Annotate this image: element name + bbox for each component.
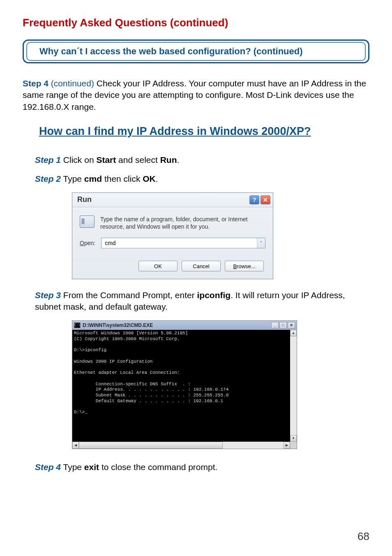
- horizontal-scroll-thumb[interactable]: [79, 442, 223, 449]
- step3-b1: ipconfig: [197, 290, 231, 300]
- browse-button[interactable]: Browse...: [225, 261, 264, 271]
- page-number: 68: [357, 530, 369, 543]
- cmd-output[interactable]: Microsoft Windows 2000 [Version 5.00.219…: [72, 330, 290, 442]
- question-banner-inner: Why can´t I access the web based configu…: [26, 42, 366, 61]
- help-button[interactable]: ?: [249, 195, 259, 204]
- step1-line: Step 1 Click on Start and select Run.: [35, 154, 355, 166]
- intro-continued: (continued): [48, 79, 97, 88]
- run-description-row: Type the name of a program, folder, docu…: [80, 215, 265, 230]
- step4-line: Step 4 Type exit to close the command pr…: [35, 461, 355, 473]
- resize-grip-icon[interactable]: [290, 442, 297, 449]
- cmd-title: D:\WINNT\system32\CMD.EXE: [83, 322, 270, 328]
- step1-pre: Click on: [61, 155, 96, 164]
- open-label: Open:: [80, 240, 95, 246]
- step2-label: Step 2: [35, 174, 61, 183]
- run-program-icon: [80, 215, 95, 228]
- step4-b1: exit: [84, 462, 99, 472]
- close-button[interactable]: ✕: [261, 195, 270, 204]
- step1-mid: and select: [116, 155, 160, 164]
- chevron-down-icon[interactable]: ˅: [257, 238, 265, 248]
- cancel-button[interactable]: Cancel: [182, 261, 221, 271]
- step1-b2: Run: [160, 155, 177, 164]
- vertical-scroll-track[interactable]: [290, 336, 297, 435]
- intro-paragraph: Step 4 (continued) Check your IP Address…: [23, 78, 369, 113]
- step1-b1: Start: [96, 155, 116, 164]
- step3-label: Step 3: [35, 290, 61, 300]
- run-titlebar[interactable]: Run ? ✕: [72, 193, 273, 207]
- run-title: Run: [77, 195, 248, 204]
- open-input[interactable]: [101, 240, 257, 246]
- step3-pre: From the Command Prompt, enter: [61, 290, 197, 300]
- cmd-window: C:\ D:\WINNT\system32\CMD.EXE _ □ ✕ Micr…: [72, 320, 297, 449]
- step2-b1: cmd: [84, 174, 102, 183]
- vertical-scrollbar[interactable]: ▲ ▼: [290, 330, 297, 442]
- run-description: Type the name of a program, folder, docu…: [100, 215, 256, 230]
- run-button-row: OK Cancel Browse...: [80, 261, 265, 271]
- step2-post: .: [156, 174, 158, 183]
- intro-step-label: Step 4: [23, 79, 48, 88]
- maximize-button[interactable]: □: [279, 322, 287, 329]
- step3-line: Step 3 From the Command Prompt, enter ip…: [35, 290, 355, 313]
- ok-button[interactable]: OK: [138, 261, 178, 271]
- cmd-prompt-icon: C:\: [74, 322, 81, 328]
- scroll-left-button[interactable]: ◀: [72, 442, 79, 449]
- horizontal-scrollbar[interactable]: ◀ ▶: [72, 442, 297, 449]
- open-label-rest: pen:: [84, 240, 95, 246]
- scroll-down-button[interactable]: ▼: [290, 435, 297, 442]
- browse-rest: rowse...: [237, 263, 256, 269]
- scroll-up-button[interactable]: ▲: [290, 330, 297, 336]
- step4-label: Step 4: [35, 462, 61, 472]
- run-dialog: Run ? ✕ Type the name of a program, fold…: [72, 192, 273, 279]
- step4-pre: Type: [61, 462, 84, 472]
- section-heading: How can I find my IP Address in Windows …: [39, 125, 369, 138]
- run-body: Type the name of a program, folder, docu…: [72, 207, 273, 279]
- cmd-titlebar[interactable]: C:\ D:\WINNT\system32\CMD.EXE _ □ ✕: [72, 321, 297, 330]
- step2-mid: then click: [102, 174, 143, 183]
- open-combobox[interactable]: ˅: [101, 238, 265, 248]
- cmd-close-button[interactable]: ✕: [288, 322, 295, 329]
- question-banner: Why can´t I access the web based configu…: [23, 39, 369, 63]
- step2-pre: Type: [61, 174, 84, 183]
- step1-label: Step 1: [35, 155, 61, 164]
- scroll-right-button[interactable]: ▶: [284, 442, 290, 449]
- question-banner-text: Why can´t I access the web based configu…: [39, 46, 303, 56]
- minimize-button[interactable]: _: [271, 322, 279, 329]
- browse-underline: B: [233, 263, 237, 269]
- step2-line: Step 2 Type cmd then click OK.: [35, 173, 355, 185]
- horizontal-scroll-track[interactable]: [223, 442, 284, 449]
- step4-post: to close the command prompt.: [99, 462, 217, 472]
- step1-post: .: [177, 155, 179, 164]
- open-label-underline: O: [80, 240, 84, 246]
- step2-b2: OK: [143, 174, 156, 183]
- run-open-row: Open: ˅: [80, 238, 265, 248]
- cmd-body-wrap: Microsoft Windows 2000 [Version 5.00.219…: [72, 330, 297, 442]
- page-title: Frequently Asked Questions (continued): [23, 16, 369, 29]
